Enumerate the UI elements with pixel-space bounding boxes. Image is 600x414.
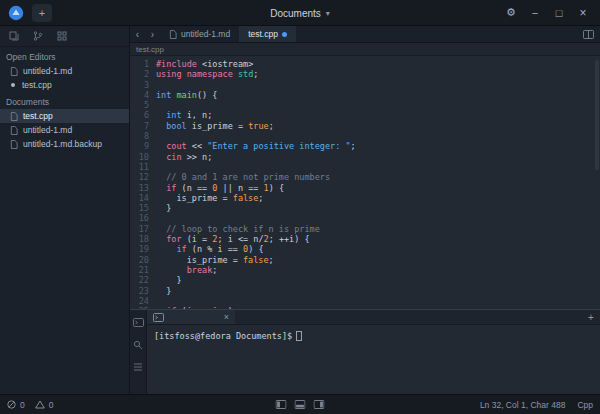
- terminal-tabbar: × +: [147, 310, 600, 325]
- new-tab-button[interactable]: +: [32, 4, 52, 22]
- line-number: 8: [130, 131, 156, 141]
- code-line: 7 bool is_prime = true;: [130, 121, 600, 131]
- terminal-tab[interactable]: ×: [147, 310, 235, 324]
- code-line: 16: [130, 213, 600, 223]
- project-title: Documents: [270, 8, 321, 19]
- documents-header: Documents: [0, 92, 129, 109]
- code-text: is_prime = false;: [156, 255, 274, 265]
- tab-untitled-1-md[interactable]: untitled-1.md: [160, 26, 239, 42]
- code-line: 22 }: [130, 275, 600, 285]
- document-item[interactable]: untitled-1.md.backup: [0, 137, 129, 151]
- titlebar: + Documents ▾ ⚙ − □ ×: [0, 0, 600, 26]
- code-text: // 0 and 1 are not prime numbers: [156, 172, 330, 182]
- editor-tabbar: ‹ › untitled-1.md test.cpp: [130, 26, 600, 43]
- code-text: is_prime = false;: [156, 193, 263, 203]
- document-icon: [10, 140, 18, 149]
- split-view-icon[interactable]: [583, 30, 594, 39]
- new-terminal-button[interactable]: +: [582, 310, 600, 324]
- project-title-button[interactable]: Documents ▾: [262, 4, 338, 22]
- line-number: 20: [130, 255, 156, 265]
- toggle-left-panel-icon[interactable]: [276, 400, 287, 409]
- panel-switcher-strip: [130, 310, 147, 394]
- document-item[interactable]: untitled-1.md: [0, 123, 129, 137]
- statusbar: 0 0 Ln 32, Col 1, Char 488 Cpp: [0, 394, 600, 414]
- document-label: untitled-1.md.backup: [23, 139, 102, 149]
- code-text: if (n % i == 0) {: [156, 244, 264, 254]
- code-text: bool is_prime = true;: [156, 121, 274, 131]
- pages-panel-icon[interactable]: [4, 28, 24, 45]
- open-editor-label: untitled-1.md: [23, 66, 72, 76]
- code-line: 8: [130, 131, 600, 141]
- line-number: 16: [130, 213, 156, 223]
- code-line: 21 break;: [130, 265, 600, 275]
- nav-forward-icon[interactable]: ›: [145, 26, 160, 42]
- terminal-panel: × + [itsfoss@fedora Documents]$: [147, 310, 600, 394]
- maximize-button[interactable]: □: [550, 4, 568, 22]
- errors-icon: [7, 400, 16, 409]
- code-line: 15 }: [130, 203, 600, 213]
- language-mode[interactable]: Cpp: [577, 400, 593, 410]
- toggle-right-panel-icon[interactable]: [314, 400, 325, 409]
- code-text: if (is_prime): [156, 306, 233, 309]
- code-editor[interactable]: 1#include <iostream>2using namespace std…: [130, 56, 600, 309]
- close-button[interactable]: ×: [574, 4, 592, 22]
- terminal-cursor: [296, 331, 302, 341]
- code-line: 17 // loop to check if n is prime: [130, 224, 600, 234]
- statusbar-right: Ln 32, Col 1, Char 488 Cpp: [480, 400, 593, 410]
- code-line: 10 cin >> n;: [130, 152, 600, 162]
- tab-label: test.cpp: [248, 29, 278, 39]
- terminal-prompt: [itsfoss@fedora Documents]$: [154, 331, 292, 341]
- main-area: Open Editors untitled-1.md test.cpp Docu…: [0, 26, 600, 394]
- terminal[interactable]: [itsfoss@fedora Documents]$: [147, 325, 600, 394]
- sidebar-switcher: [0, 26, 129, 47]
- terminal-icon: [153, 313, 164, 322]
- list-panel-icon[interactable]: [132, 360, 145, 373]
- cursor-position[interactable]: Ln 32, Col 1, Char 488: [480, 400, 566, 410]
- code-line: 23 }: [130, 286, 600, 296]
- line-number: 3: [130, 80, 156, 90]
- code-text: cin >> n;: [156, 152, 212, 162]
- code-line: 5: [130, 100, 600, 110]
- code-lines: 1#include <iostream>2using namespace std…: [130, 59, 600, 309]
- chevron-down-icon: ▾: [326, 9, 330, 18]
- open-editor-item[interactable]: test.cpp: [0, 78, 129, 92]
- errors-count: 0: [20, 400, 25, 410]
- terminal-tab-close-icon[interactable]: ×: [224, 312, 229, 322]
- code-line: 13 if (n == 0 || n == 1) {: [130, 183, 600, 193]
- line-number: 18: [130, 234, 156, 244]
- code-text: #include <iostream>: [156, 59, 253, 69]
- line-number: 9: [130, 141, 156, 151]
- code-line: 12 // 0 and 1 are not prime numbers: [130, 172, 600, 182]
- nav-back-icon[interactable]: ‹: [130, 26, 145, 42]
- grid-panel-icon[interactable]: [52, 28, 72, 45]
- document-item[interactable]: test.cpp: [0, 109, 129, 123]
- sidebar: Open Editors untitled-1.md test.cpp Docu…: [0, 26, 130, 394]
- minimize-button[interactable]: −: [526, 4, 544, 22]
- line-number: 12: [130, 172, 156, 182]
- code-text: using namespace std;: [156, 69, 258, 79]
- line-number: 2: [130, 69, 156, 79]
- code-text: }: [156, 275, 182, 285]
- line-number: 15: [130, 203, 156, 213]
- breadcrumb-path: test.cpp: [136, 45, 164, 54]
- code-line: 14 is_prime = false;: [130, 193, 600, 203]
- modified-dot-icon: [282, 32, 287, 37]
- editor-scrollbar[interactable]: [595, 60, 599, 170]
- open-editor-item[interactable]: untitled-1.md: [0, 64, 129, 78]
- line-number: 7: [130, 121, 156, 131]
- code-line: 4int main() {: [130, 90, 600, 100]
- settings-gear-icon[interactable]: ⚙: [502, 4, 520, 22]
- code-line: 9 cout << "Enter a positive integer: ";: [130, 141, 600, 151]
- tab-test-cpp[interactable]: test.cpp: [239, 26, 296, 42]
- toggle-bottom-panel-icon[interactable]: [295, 400, 306, 409]
- breadcrumb: test.cpp: [130, 43, 600, 56]
- code-line: 2using namespace std;: [130, 69, 600, 79]
- branch-panel-icon[interactable]: [28, 28, 48, 45]
- terminal-panel-icon[interactable]: [132, 316, 145, 329]
- code-line: 20 is_prime = false;: [130, 255, 600, 265]
- modified-dot-icon: [11, 83, 15, 87]
- search-panel-icon[interactable]: [132, 338, 145, 351]
- line-number: 22: [130, 275, 156, 285]
- line-number: 24: [130, 296, 156, 306]
- warnings-icon: [35, 400, 45, 409]
